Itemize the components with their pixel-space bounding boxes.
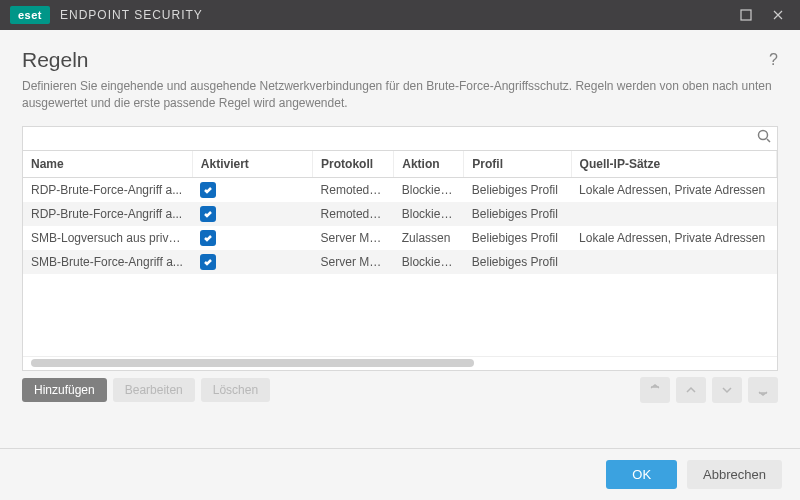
col-protocol[interactable]: Protokoll — [313, 151, 394, 178]
cell-activated — [192, 250, 312, 274]
cell-activated — [192, 202, 312, 226]
cell-protocol: Server Mess... — [313, 226, 394, 250]
add-button[interactable]: Hinzufügen — [22, 378, 107, 402]
table-empty-area — [23, 274, 777, 356]
rules-table-container: Name Aktiviert Protokoll Aktion Profil Q… — [22, 126, 778, 371]
cell-action: Blockieren — [394, 202, 464, 226]
help-icon[interactable]: ? — [769, 51, 778, 69]
checkbox-icon[interactable] — [200, 254, 216, 270]
ok-button[interactable]: OK — [606, 460, 677, 489]
brand-badge: eset — [10, 6, 50, 24]
cell-source-ip: Lokale Adressen, Private Adressen — [571, 177, 776, 202]
checkbox-icon[interactable] — [200, 182, 216, 198]
horizontal-scrollbar[interactable] — [23, 356, 777, 370]
cell-action: Blockieren — [394, 250, 464, 274]
cell-profile: Beliebiges Profil — [464, 202, 571, 226]
page-title: Regeln — [22, 48, 89, 72]
page-description: Definieren Sie eingehende und ausgehende… — [22, 78, 778, 112]
table-header-row: Name Aktiviert Protokoll Aktion Profil Q… — [23, 151, 777, 178]
cell-name: SMB-Brute-Force-Angriff a... — [23, 250, 192, 274]
search-icon[interactable] — [757, 129, 771, 147]
col-profile[interactable]: Profil — [464, 151, 571, 178]
cell-profile: Beliebiges Profil — [464, 177, 571, 202]
move-up-button[interactable] — [676, 377, 706, 403]
cell-profile: Beliebiges Profil — [464, 226, 571, 250]
checkbox-icon[interactable] — [200, 230, 216, 246]
cell-name: RDP-Brute-Force-Angriff a... — [23, 202, 192, 226]
svg-rect-0 — [741, 10, 751, 20]
cell-name: SMB-Logversuch aus private... — [23, 226, 192, 250]
cell-source-ip: Lokale Adressen, Private Adressen — [571, 226, 776, 250]
cell-action: Zulassen — [394, 226, 464, 250]
minimize-button[interactable] — [730, 0, 762, 30]
table-row[interactable]: SMB-Brute-Force-Angriff a...Server Mess.… — [23, 250, 777, 274]
cell-protocol: Remotedesk... — [313, 177, 394, 202]
move-bottom-button[interactable] — [748, 377, 778, 403]
scrollbar-thumb[interactable] — [31, 359, 474, 367]
close-button[interactable] — [762, 0, 794, 30]
col-action[interactable]: Aktion — [394, 151, 464, 178]
cell-profile: Beliebiges Profil — [464, 250, 571, 274]
col-activated[interactable]: Aktiviert — [192, 151, 312, 178]
table-row[interactable]: RDP-Brute-Force-Angriff a...Remotedesk..… — [23, 177, 777, 202]
product-name: ENDPOINT SECURITY — [60, 8, 203, 22]
col-name[interactable]: Name — [23, 151, 192, 178]
table-row[interactable]: RDP-Brute-Force-Angriff a...Remotedesk..… — [23, 202, 777, 226]
cell-protocol: Remotedesk... — [313, 202, 394, 226]
dialog-footer: OK Abbrechen — [0, 448, 800, 500]
titlebar: eset ENDPOINT SECURITY — [0, 0, 800, 30]
cancel-button[interactable]: Abbrechen — [687, 460, 782, 489]
move-down-button[interactable] — [712, 377, 742, 403]
cell-source-ip — [571, 202, 776, 226]
table-search-row — [23, 127, 777, 151]
cell-activated — [192, 177, 312, 202]
page-title-row: Regeln ? — [22, 48, 778, 72]
cell-activated — [192, 226, 312, 250]
cell-name: RDP-Brute-Force-Angriff a... — [23, 177, 192, 202]
rules-table: Name Aktiviert Protokoll Aktion Profil Q… — [23, 151, 777, 274]
move-top-button[interactable] — [640, 377, 670, 403]
cell-protocol: Server Mess... — [313, 250, 394, 274]
checkbox-icon[interactable] — [200, 206, 216, 222]
table-toolbar: Hinzufügen Bearbeiten Löschen — [22, 377, 778, 403]
edit-button[interactable]: Bearbeiten — [113, 378, 195, 402]
col-source-ip[interactable]: Quell-IP-Sätze — [571, 151, 776, 178]
cell-action: Blockieren — [394, 177, 464, 202]
cell-source-ip — [571, 250, 776, 274]
delete-button[interactable]: Löschen — [201, 378, 270, 402]
svg-point-1 — [759, 131, 768, 140]
table-row[interactable]: SMB-Logversuch aus private...Server Mess… — [23, 226, 777, 250]
